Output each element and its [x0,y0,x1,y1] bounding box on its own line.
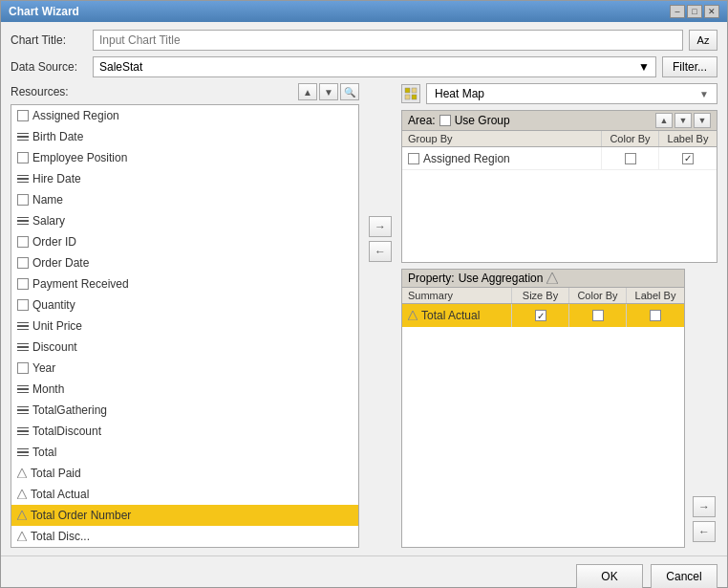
area-filter-button[interactable]: ▼ [694,113,711,128]
list-item[interactable]: TotalGathering [11,400,358,421]
chart-title-label: Chart Title: [11,33,87,47]
lines-icon [17,448,29,457]
prop-color-by-checkbox[interactable] [592,310,604,321]
cancel-button[interactable]: Cancel [651,564,717,588]
resource-checkbox[interactable] [17,152,29,163]
area-row-checkbox[interactable] [408,153,419,164]
svg-marker-9 [408,311,418,320]
main-content: Resources: ▲ ▼ 🔍 Assigned RegionBirth Da… [11,83,717,548]
list-item[interactable]: Quantity [11,294,358,316]
resource-name: Assigned Region [32,109,119,122]
maximize-button[interactable]: □ [687,5,702,18]
resources-header: Resources: ▲ ▼ 🔍 [11,83,359,100]
list-item[interactable]: Assigned Region [11,105,358,126]
chart-type-icon [401,84,420,103]
resources-sort-down-button[interactable]: ▼ [319,83,338,100]
total-actual-icon [408,311,418,320]
close-button[interactable]: ✕ [704,5,719,18]
chart-title-input[interactable] [93,30,683,51]
az-button[interactable]: Az [689,30,717,51]
data-source-row: Data Source: SaleStat ▼ Filter... [11,56,717,77]
list-item[interactable]: Unit Price [11,316,358,337]
resource-checkbox[interactable] [17,299,29,311]
area-up-button[interactable]: ▲ [655,113,673,128]
list-item[interactable]: Total Paid [11,463,358,484]
area-controls: ▲ ▼ ▼ [655,113,711,128]
property-panel: Property: Use Aggregation Summary Size B… [401,269,685,548]
resource-checkbox[interactable] [17,278,29,290]
resource-name: Name [32,193,63,207]
resource-name: Hire Date [32,172,81,185]
area-cell-color-by [602,147,659,169]
list-item[interactable]: Birth Date [11,126,358,147]
chart-type-row: Heat Map ▼ [401,83,717,104]
prop-cell-color-by [569,304,627,327]
chart-wizard-dialog: Chart Wizard – □ ✕ Chart Title: Az Data … [0,0,728,588]
filter-button[interactable]: Filter... [662,56,717,77]
chart-type-dropdown-arrow: ▼ [699,89,709,99]
area-label: Area: [408,114,436,127]
resources-sort-up-button[interactable]: ▲ [298,83,317,100]
list-item[interactable]: Total Actual [11,484,358,505]
minimize-button[interactable]: – [670,5,685,18]
chart-title-row: Chart Title: Az [11,30,717,51]
list-item[interactable]: Salary [11,210,358,231]
list-item[interactable]: Hire Date [11,168,358,189]
remove-from-area-button[interactable]: ← [369,241,392,262]
data-source-select[interactable]: SaleStat ▼ [93,56,656,77]
prop-size-by-checkbox[interactable] [535,310,546,321]
list-item[interactable]: Order ID [11,231,358,252]
area-header-left: Area: Use Group [408,114,510,127]
prop-label-by-checkbox[interactable] [650,310,661,321]
lines-icon [17,217,29,226]
list-item[interactable]: Discount [11,337,358,358]
property-table-header: Summary Size By Color By Label By [402,288,684,304]
resource-name: TotalDiscount [32,425,101,438]
area-body: Assigned Region [402,147,717,262]
add-to-area-button[interactable]: → [369,216,392,237]
list-item[interactable]: TotalDiscount [11,421,358,442]
resource-name: Total Disc... [31,530,90,543]
resource-checkbox[interactable] [17,110,29,121]
use-group-wrap: Use Group [439,114,510,127]
area-header: Area: Use Group ▲ ▼ ▼ [402,111,717,131]
lines-icon [17,175,29,184]
prop-col-color-by: Color By [569,288,627,303]
area-color-by-checkbox[interactable] [625,153,636,164]
list-item[interactable]: Month [11,379,358,400]
list-item[interactable]: Year [11,358,358,379]
prop-col-label-by: Label By [627,288,684,303]
list-item[interactable]: Total Disc... [11,526,358,547]
resources-search-button[interactable]: 🔍 [340,83,359,100]
list-item[interactable]: Employee Position [11,147,358,168]
title-bar-controls: – □ ✕ [670,5,719,18]
resource-checkbox[interactable] [17,362,29,374]
list-item[interactable]: Payment Received [11,273,358,294]
resource-checkbox[interactable] [17,236,29,248]
chart-type-select[interactable]: Heat Map ▼ [426,83,717,104]
list-item[interactable]: Total [11,442,358,463]
ok-button[interactable]: OK [576,564,643,588]
svg-rect-7 [412,95,417,99]
list-item[interactable]: Total Order Number [11,505,358,526]
area-row: Assigned Region [402,147,717,170]
prop-cell-name: Total Actual [402,304,512,327]
area-row-name: Assigned Region [423,152,510,165]
add-to-property-button[interactable]: → [693,496,716,517]
svg-marker-1 [17,490,27,499]
remove-from-property-button[interactable]: ← [693,521,716,542]
resource-checkbox[interactable] [17,257,29,269]
resource-checkbox[interactable] [17,194,29,206]
use-group-checkbox[interactable] [439,115,451,126]
area-down-button[interactable]: ▼ [674,113,692,128]
property-section: Property: Use Aggregation Summary Size B… [401,269,717,548]
resource-name: TotalGathering [32,403,107,417]
resource-name: Month [32,382,64,396]
lines-icon [17,343,29,352]
property-label: Property: [408,272,455,285]
resource-name: Total Order Number [31,509,131,522]
list-item[interactable]: Name [11,189,358,210]
area-label-by-checkbox[interactable] [682,153,694,164]
list-item[interactable]: Order Date [11,252,358,273]
prop-col-size-by: Size By [512,288,569,303]
